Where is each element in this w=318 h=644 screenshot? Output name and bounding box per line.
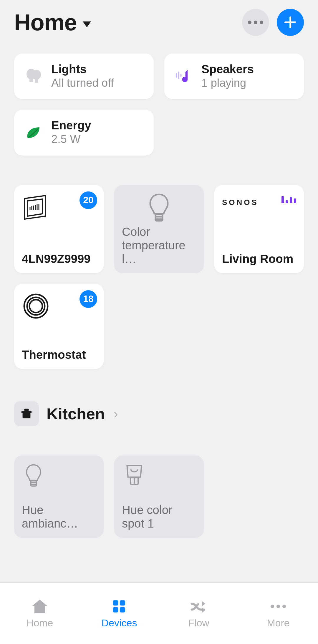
bulbs-icon [24, 67, 43, 86]
svg-rect-30 [120, 607, 125, 612]
chevron-right-icon: › [114, 406, 118, 421]
device-tile-thermostat[interactable]: 18 Thermostat [14, 284, 104, 369]
device-tile-sensor[interactable]: 20 4LN99Z9999 [14, 185, 104, 273]
plus-icon [284, 16, 296, 28]
ellipsis-icon [248, 21, 263, 24]
add-button[interactable] [277, 9, 304, 36]
device-tile-bulb[interactable]: Color temperature l… [114, 185, 204, 273]
summary-energy[interactable]: Energy 2.5 W [14, 110, 154, 155]
home-icon [30, 598, 49, 614]
nav-label: Home [26, 617, 53, 629]
page-title: Home [14, 9, 77, 36]
badge: 20 [80, 191, 97, 209]
bulb-icon [22, 463, 45, 490]
flow-icon [189, 598, 208, 614]
home-selector[interactable]: Home [14, 9, 91, 36]
music-icon [174, 67, 193, 86]
room-name: Kitchen [47, 405, 105, 423]
sonos-logo: SONOS [222, 198, 259, 207]
summary-status: All turned off [51, 76, 114, 90]
summary-title: Energy [51, 119, 91, 132]
nav-devices[interactable]: Devices [80, 583, 159, 644]
svg-rect-19 [23, 413, 31, 418]
nav-label: Devices [102, 617, 137, 629]
svg-rect-29 [113, 607, 118, 612]
playing-indicator-icon [281, 196, 296, 203]
summary-status: 1 playing [201, 76, 254, 90]
svg-point-18 [29, 300, 42, 313]
summary-title: Lights [51, 62, 114, 76]
summary-lights[interactable]: Lights All turned off [14, 54, 154, 99]
badge: 18 [80, 290, 97, 308]
leaf-icon [24, 123, 43, 142]
device-tile-sonos[interactable]: SONOS Living Room [214, 185, 304, 273]
room-heading-kitchen[interactable]: Kitchen › [14, 401, 304, 426]
sensor-display-icon [22, 193, 51, 225]
svg-rect-22 [31, 481, 36, 486]
thermostat-icon [22, 291, 51, 324]
bulb-icon [144, 193, 174, 225]
nav-more[interactable]: More [238, 583, 318, 644]
svg-rect-27 [113, 600, 118, 605]
device-label: Color temperature l… [122, 225, 196, 266]
device-label: Thermostat [22, 348, 96, 361]
svg-rect-1 [29, 78, 33, 82]
caret-down-icon [83, 21, 91, 27]
device-label: Living Room [222, 252, 296, 266]
svg-rect-20 [21, 411, 32, 413]
nav-home[interactable]: Home [0, 583, 80, 644]
svg-rect-13 [155, 214, 163, 221]
svg-rect-28 [120, 600, 125, 605]
summary-title: Speakers [201, 62, 254, 76]
more-options-button[interactable] [242, 9, 269, 36]
nav-flow[interactable]: Flow [159, 583, 238, 644]
bottom-nav: Home Devices Flow More [0, 582, 318, 644]
device-label: Hue color spot 1 [122, 503, 196, 530]
device-tile-hue-spot[interactable]: Hue color spot 1 [114, 456, 204, 538]
kitchen-icon [14, 401, 39, 426]
device-label: Hue ambianc… [22, 503, 96, 530]
grid-icon [110, 598, 129, 614]
nav-label: More [267, 617, 289, 629]
svg-rect-21 [24, 409, 29, 411]
svg-rect-3 [35, 79, 38, 83]
device-label: 4LN99Z9999 [22, 252, 96, 266]
spot-bulb-icon [122, 463, 147, 490]
svg-point-2 [32, 70, 41, 80]
device-tile-hue-ambiance[interactable]: Hue ambianc… [14, 456, 104, 538]
summary-speakers[interactable]: Speakers 1 playing [164, 54, 304, 99]
summary-status: 2.5 W [51, 132, 91, 146]
nav-label: Flow [188, 617, 209, 629]
more-icon [269, 598, 288, 614]
